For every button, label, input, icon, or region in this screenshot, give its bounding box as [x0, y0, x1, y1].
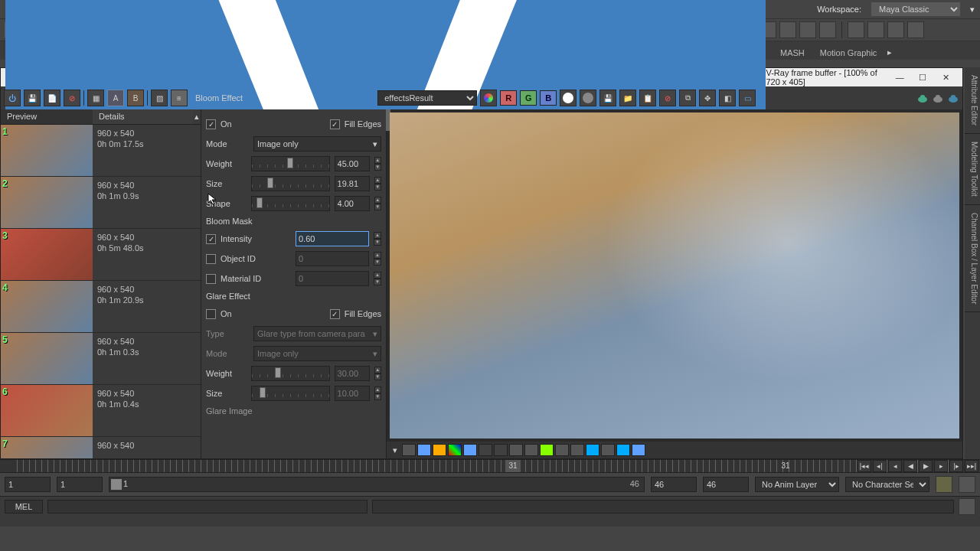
range-start2-field[interactable] — [57, 477, 103, 492]
play-forward-icon[interactable]: ▶ — [919, 460, 933, 472]
glare-filledges-checkbox[interactable] — [330, 309, 340, 319]
weight-slider[interactable] — [251, 156, 329, 171]
goto-end-icon[interactable]: ▸▸| — [965, 460, 978, 472]
blue-channel-button[interactable]: B — [540, 90, 557, 106]
history-item[interactable]: 5960 x 5400h 1m 0.3s — [1, 333, 201, 385]
glare-weight-spinner[interactable]: ▲▼ — [374, 367, 381, 380]
panel-quad-icon[interactable] — [887, 21, 904, 38]
history-item[interactable]: 4960 x 5400h 1m 20.9s — [1, 281, 201, 333]
panel-layout-icon[interactable] — [848, 21, 864, 38]
details-header[interactable]: Details — [93, 109, 193, 124]
vfb-titlebar[interactable]: V V-Ray frame buffer - [100% of 720 x 40… — [1, 68, 962, 86]
panel-split-icon[interactable] — [867, 21, 884, 38]
re-self-icon[interactable] — [616, 444, 630, 456]
re-extra-icon[interactable] — [632, 444, 645, 456]
settings-icon[interactable]: ≡ — [171, 90, 188, 106]
range-start-field[interactable] — [5, 477, 51, 492]
menu-chevron-icon[interactable]: ▾ — [965, 0, 975, 18]
history-list[interactable]: 1960 x 5400h 0m 17.5s 2960 x 5400h 1m 0.… — [1, 125, 201, 458]
panel-outliner-icon[interactable] — [907, 21, 924, 38]
matid-spinner[interactable]: ▲▼ — [374, 272, 381, 285]
range-end2-field[interactable] — [703, 477, 749, 492]
autokey-icon[interactable] — [936, 476, 952, 493]
re-light-icon[interactable] — [570, 444, 584, 456]
script-editor-icon[interactable] — [959, 498, 975, 515]
history-item[interactable]: 6960 x 5400h 1m 0.4s — [1, 385, 201, 437]
glare-size-spinner[interactable]: ▲▼ — [374, 386, 381, 400]
re-behind-icon[interactable] — [402, 444, 416, 456]
load-image-icon[interactable]: 📄 — [44, 90, 60, 106]
track-b-icon[interactable]: B — [127, 90, 144, 106]
track-a-icon[interactable]: A — [107, 90, 124, 106]
channel-select[interactable]: effectsResult — [377, 90, 477, 106]
anim-layer-select[interactable]: No Anim Layer — [755, 477, 839, 492]
shelf-tab[interactable]: MASH — [773, 46, 812, 60]
render-globe-icon[interactable] — [799, 21, 816, 38]
re-alpha-icon[interactable] — [433, 444, 446, 456]
duplicate-icon[interactable]: ⧉ — [679, 90, 696, 106]
clipboard-icon[interactable]: 📋 — [639, 90, 656, 106]
chevron-down-icon[interactable]: ▾ — [390, 445, 400, 455]
glare-mode-select[interactable]: Image only▾ — [253, 346, 381, 361]
tab-scroll-right-icon[interactable]: ▸ — [884, 45, 895, 60]
weight-field[interactable] — [335, 156, 370, 171]
mono-white-icon[interactable] — [560, 90, 577, 106]
glare-type-select[interactable]: Glare type from camera para▾ — [253, 326, 381, 341]
history-item[interactable]: 3960 x 5400h 5m 48.0s — [1, 229, 201, 281]
re-denoise-icon[interactable] — [463, 444, 477, 456]
glare-size-slider[interactable] — [251, 386, 329, 401]
render-viewport[interactable] — [390, 112, 959, 439]
history-item[interactable]: 2960 x 5400h 1m 0.9s — [1, 177, 201, 229]
re-sss-icon[interactable] — [601, 444, 615, 456]
mel-input[interactable] — [47, 500, 368, 514]
prefs-icon[interactable] — [959, 476, 975, 493]
re-diffuse-icon[interactable] — [509, 444, 523, 456]
teapot-gray-icon[interactable] — [932, 93, 944, 103]
bloom-on-checkbox[interactable] — [206, 119, 216, 129]
open-folder-icon[interactable]: 📁 — [619, 90, 636, 106]
glare-weight-slider[interactable] — [251, 366, 329, 381]
lut-icon[interactable]: ▭ — [739, 90, 756, 106]
preview-header[interactable]: Preview — [1, 109, 93, 124]
size-slider[interactable] — [251, 176, 329, 191]
intensity-checkbox[interactable] — [206, 234, 216, 244]
collapse-up-icon[interactable]: ▴ — [193, 109, 201, 124]
shape-slider[interactable] — [251, 196, 329, 211]
re-rgb-icon[interactable] — [417, 444, 431, 456]
save-snapshot-icon[interactable]: 💾 — [599, 90, 616, 106]
re-depth-icon[interactable] — [494, 444, 508, 456]
intensity-spinner[interactable]: ▲▼ — [374, 232, 381, 246]
re-multi-icon[interactable] — [448, 444, 462, 456]
mel-label[interactable]: MEL — [5, 500, 43, 514]
step-back-key-icon[interactable]: ◂| — [873, 460, 887, 472]
minimize-button[interactable]: — — [888, 70, 911, 84]
delete-icon[interactable]: ⊘ — [659, 90, 676, 106]
pause-icon[interactable] — [819, 21, 836, 38]
history-item[interactable]: 7960 x 540 — [1, 437, 201, 458]
re-gi-icon[interactable] — [555, 444, 569, 456]
objectid-spinner[interactable]: ▲▼ — [374, 252, 381, 266]
step-forward-icon[interactable]: ▸ — [934, 460, 948, 472]
region-icon[interactable]: ▦ — [87, 90, 104, 106]
shape-field[interactable] — [335, 196, 370, 211]
workspace-select[interactable]: Maya Classic — [871, 2, 960, 16]
goto-start-icon[interactable]: |◂◂ — [858, 460, 871, 472]
range-end-field[interactable] — [651, 477, 697, 492]
step-forward-key-icon[interactable]: |▸ — [949, 460, 963, 472]
maximize-button[interactable]: ☐ — [911, 70, 934, 84]
side-tab-attribute[interactable]: Attribute Editor — [965, 67, 980, 134]
save-image-icon[interactable]: 💾 — [24, 90, 41, 106]
bloom-mode-select[interactable]: Image only▾ — [253, 136, 381, 152]
timeline-ruler[interactable]: 31 31 |◂◂ ◂| ◂ ◀ ▶ ▸ |▸ ▸▸| — [0, 459, 980, 473]
re-refract-icon[interactable] — [540, 444, 554, 456]
current-frame-marker[interactable]: 31 — [505, 460, 521, 472]
clear-icon[interactable]: ⊘ — [64, 90, 80, 106]
green-channel-button[interactable]: G — [520, 90, 537, 106]
size-spinner[interactable]: ▲▼ — [374, 177, 381, 191]
charset-select[interactable]: No Character Set — [845, 477, 929, 492]
glare-weight-field[interactable] — [335, 366, 370, 381]
step-back-icon[interactable]: ◂ — [888, 460, 902, 472]
weight-spinner[interactable]: ▲▼ — [374, 157, 381, 171]
color-correct-icon[interactable]: ◧ — [719, 90, 736, 106]
shape-spinner[interactable]: ▲▼ — [374, 197, 381, 210]
